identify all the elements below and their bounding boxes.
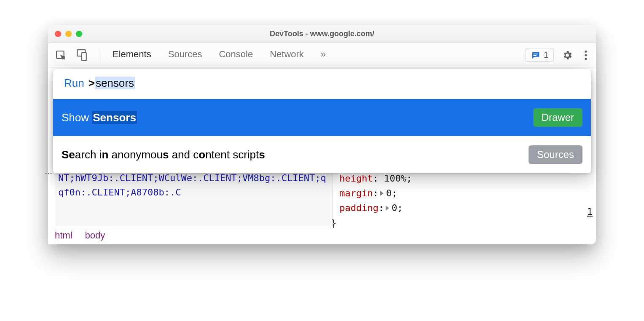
tab-console[interactable]: Console <box>218 44 254 66</box>
zoom-window-button[interactable] <box>76 31 82 37</box>
tab-overflow[interactable]: » <box>320 44 327 66</box>
command-item-search-scripts[interactable]: Search in anonymous and content scripts … <box>53 136 591 173</box>
dom-breadcrumbs: html body <box>48 226 333 244</box>
devtools-window: DevTools - www.google.com/ Elements Sour… <box>48 25 596 244</box>
command-caret: > <box>89 77 95 89</box>
svg-rect-2 <box>82 52 86 60</box>
traffic-lights <box>55 31 82 37</box>
chat-icon <box>531 51 540 60</box>
svg-point-6 <box>585 54 587 56</box>
settings-icon[interactable] <box>560 47 575 64</box>
expand-triangle-icon[interactable] <box>380 191 384 196</box>
styles-snippet: height: 100%; margin:0; padding:0; } <box>333 169 589 244</box>
svg-point-5 <box>585 50 587 52</box>
css-close-brace: } <box>331 216 582 230</box>
window-titlebar: DevTools - www.google.com/ <box>48 25 596 43</box>
command-item-badge: Drawer <box>533 108 582 127</box>
command-input-row[interactable]: Run >sensors <box>53 69 591 99</box>
stylesheet-link[interactable]: 1 <box>587 206 593 217</box>
run-prefix: Run <box>64 77 84 90</box>
command-item-label: Show Sensors <box>62 111 533 124</box>
tab-network[interactable]: Network <box>269 44 305 66</box>
expand-triangle-icon[interactable] <box>386 206 389 211</box>
panel-tabs: Elements Sources Console Network » <box>107 44 327 66</box>
command-menu: Run >sensors Show Sensors Drawer Search … <box>53 69 591 173</box>
main-toolbar: Elements Sources Console Network » 1 <box>48 43 596 67</box>
device-toolbar-icon[interactable] <box>74 47 89 64</box>
command-item-label: Search in anonymous and content scripts <box>62 148 529 161</box>
tab-elements[interactable]: Elements <box>112 44 152 66</box>
toolbar-separator <box>98 49 98 62</box>
feedback-count: 1 <box>544 50 548 60</box>
feedback-chip[interactable]: 1 <box>526 48 554 62</box>
svg-rect-4 <box>533 55 536 56</box>
command-query: sensors <box>95 77 135 89</box>
css-line: height: 100%; <box>339 171 582 186</box>
inspect-icon[interactable] <box>53 47 68 64</box>
breadcrumb-item[interactable]: html <box>55 230 72 241</box>
window-title: DevTools - www.google.com/ <box>48 29 596 38</box>
panel-body: ⋯ NT;hWT9Jb:.CLIENT;WCulWe:.CLIENT;VM8bg… <box>48 67 596 244</box>
drag-grip-icon[interactable]: ⋯ <box>45 169 53 178</box>
command-item-show-sensors[interactable]: Show Sensors Drawer <box>53 99 591 136</box>
css-line: padding:0; <box>339 201 582 215</box>
more-icon[interactable] <box>581 47 591 64</box>
minimize-window-button[interactable] <box>65 31 72 37</box>
breadcrumb-item[interactable]: body <box>85 230 105 241</box>
svg-rect-3 <box>533 54 538 54</box>
command-item-badge: Sources <box>529 145 582 164</box>
css-line: margin:0; <box>339 186 582 201</box>
tab-sources[interactable]: Sources <box>167 44 203 66</box>
svg-point-7 <box>585 58 587 60</box>
close-window-button[interactable] <box>55 31 61 37</box>
